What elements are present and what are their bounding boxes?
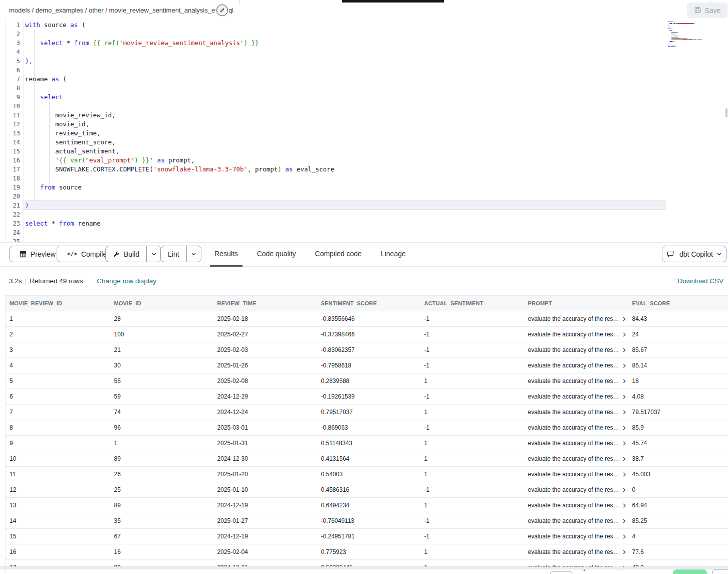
code-line[interactable]: 23select * from rename	[0, 219, 728, 228]
code-line[interactable]: 14 sentiment_score,	[0, 138, 728, 147]
footer-button-partial[interactable]	[550, 571, 572, 574]
code-line[interactable]: 7rename as (	[0, 75, 728, 84]
prompt-cell-expandable[interactable]: evaluate the accuracy of the res…	[528, 362, 628, 369]
prompt-cell-expandable[interactable]: evaluate the accuracy of the res…	[528, 455, 628, 462]
chevron-right-icon[interactable]	[622, 410, 627, 415]
code-line[interactable]: 24	[0, 228, 728, 237]
download-csv-link[interactable]: Download CSV	[677, 267, 723, 295]
lint-button[interactable]: Lint	[161, 246, 186, 262]
code-line[interactable]: 20	[0, 192, 728, 201]
chevron-right-icon[interactable]	[622, 332, 627, 337]
chevron-right-icon[interactable]	[622, 488, 627, 492]
bottom-scroll-strip[interactable]	[0, 566, 728, 569]
prompt-cell-expandable[interactable]: evaluate the accuracy of the res…	[528, 377, 628, 385]
code-line[interactable]: 25	[0, 237, 728, 242]
tab-code-quality[interactable]: Code quality	[253, 242, 301, 267]
tab-results[interactable]: Results	[210, 242, 242, 267]
code-line[interactable]: 9 select	[0, 93, 728, 102]
chevron-right-icon[interactable]	[622, 472, 627, 477]
chevron-right-icon[interactable]	[622, 550, 627, 554]
table-grid-icon	[20, 251, 27, 258]
prompt-cell-expandable[interactable]: evaluate the accuracy of the res…	[528, 486, 628, 493]
table-cell: 2025-02-04	[213, 544, 317, 560]
prompt-text: evaluate the accuracy of the res…	[528, 517, 619, 524]
code-line[interactable]: 19 from source	[0, 183, 728, 192]
table-row: 5552025-02-080.28395881evaluate the accu…	[6, 373, 728, 389]
code-line[interactable]: 18	[0, 174, 728, 183]
footer-green-button-partial[interactable]	[673, 569, 707, 574]
prompt-cell-expandable[interactable]: evaluate the accuracy of the res…	[528, 315, 628, 322]
code-line[interactable]: 17 SNOWFLAKE.CORTEX.COMPLETE('snowflake-…	[0, 165, 728, 174]
prompt-cell-expandable[interactable]: evaluate the accuracy of the res…	[528, 346, 628, 353]
chevron-right-icon[interactable]	[622, 363, 627, 368]
line-number: 22	[0, 210, 20, 219]
code-line[interactable]: 15 actual_sentiment,	[0, 147, 728, 156]
code-line[interactable]: 2	[0, 30, 728, 39]
chevron-right-icon[interactable]	[622, 534, 627, 539]
build-dropdown-button[interactable]	[146, 246, 161, 262]
code-line[interactable]: 6	[0, 66, 728, 75]
code-line[interactable]: 3 select * from {{ ref('movie_review_sen…	[0, 39, 728, 48]
code-line[interactable]: 12 movie_id,	[0, 120, 728, 129]
code-line[interactable]: 22	[0, 210, 728, 219]
code-line[interactable]: 5),	[0, 57, 728, 66]
save-button[interactable]: Save	[687, 3, 727, 18]
code-minimap[interactable]	[668, 21, 724, 56]
prompt-cell-expandable[interactable]: evaluate the accuracy of the res…	[528, 424, 628, 431]
column-header: MOVIE_ID	[110, 296, 213, 311]
code-line[interactable]: 13 review_time,	[0, 129, 728, 138]
tab-lineage[interactable]: Lineage	[376, 242, 410, 267]
prompt-cell-expandable[interactable]: evaluate the accuracy of the res…	[528, 548, 628, 555]
code-line[interactable]: 16 '{{ var("eval_prompt") }}' as prompt,	[0, 156, 728, 165]
prompt-cell-expandable[interactable]: evaluate the accuracy of the res…	[528, 331, 628, 338]
breadcrumb[interactable]: models / demo_examples / other / movie_r…	[9, 0, 233, 20]
code-line[interactable]: 10	[0, 102, 728, 111]
code-brackets-icon: </>	[67, 251, 77, 257]
tab-compiled-code[interactable]: Compiled code	[311, 242, 366, 267]
table-cell: 24	[628, 327, 728, 342]
save-floppy-icon	[694, 6, 701, 15]
chevron-right-icon[interactable]	[622, 317, 627, 321]
code-line[interactable]: 4	[0, 48, 728, 57]
chevron-right-icon[interactable]	[622, 457, 627, 461]
table-row: 15672024-12-19-0.24951781-1evaluate the …	[6, 529, 728, 544]
chevron-right-icon[interactable]	[622, 519, 627, 523]
code-text: movie_id,	[25, 120, 89, 129]
prompt-cell-expandable[interactable]: evaluate the accuracy of the res…	[528, 409, 628, 416]
change-row-display-link[interactable]: Change row display	[97, 277, 156, 285]
table-cell: 0.6494234	[317, 498, 420, 513]
prompt-cell-expandable[interactable]: evaluate the accuracy of the res…	[528, 440, 628, 447]
prompt-cell-expandable[interactable]: evaluate the accuracy of the res…	[528, 517, 628, 524]
table-cell: evaluate the accuracy of the res…	[524, 389, 628, 405]
footer-button-partial[interactable]	[712, 569, 728, 574]
results-statusbar: 3.2s|Returned 49 rows. Change row displa…	[0, 267, 728, 295]
chevron-right-icon[interactable]	[622, 348, 627, 352]
lint-dropdown-button[interactable]	[186, 246, 201, 262]
chevron-right-icon[interactable]	[622, 441, 627, 446]
code-line[interactable]: 21)	[0, 201, 728, 210]
toolbar-divider	[204, 242, 204, 267]
preview-label: Preview	[31, 250, 56, 258]
chevron-right-icon[interactable]	[622, 426, 627, 430]
chevron-right-icon[interactable]	[622, 395, 627, 399]
copilot-chat-icon	[667, 250, 675, 258]
table-cell: 1	[110, 436, 213, 451]
code-line[interactable]: 8	[0, 84, 728, 93]
code-line[interactable]: 1with source as (	[0, 21, 728, 30]
code-editor[interactable]: 1with source as (23 select * from {{ ref…	[0, 20, 728, 242]
prompt-cell-expandable[interactable]: evaluate the accuracy of the res…	[528, 502, 628, 509]
lint-split-button: Lint	[160, 246, 201, 262]
code-text: movie_review_id,	[25, 111, 116, 120]
prompt-cell-expandable[interactable]: evaluate the accuracy of the res…	[528, 393, 628, 400]
build-button[interactable]: Build	[106, 246, 146, 262]
code-text: '{{ var("eval_prompt") }}' as prompt,	[25, 156, 195, 165]
prompt-cell-expandable[interactable]: evaluate the accuracy of the res…	[528, 471, 628, 478]
prompt-cell-expandable[interactable]: evaluate the accuracy of the res…	[528, 533, 628, 540]
code-text: select * from rename	[25, 219, 101, 228]
code-line[interactable]: 11 movie_review_id,	[0, 111, 728, 120]
dbt-copilot-button[interactable]: dbt Copilot	[662, 246, 726, 262]
chevron-right-icon[interactable]	[622, 503, 627, 508]
prompt-text: evaluate the accuracy of the res…	[528, 533, 619, 540]
chevron-right-icon[interactable]	[622, 379, 627, 384]
editor-scrollbar-thumb[interactable]	[725, 108, 727, 117]
